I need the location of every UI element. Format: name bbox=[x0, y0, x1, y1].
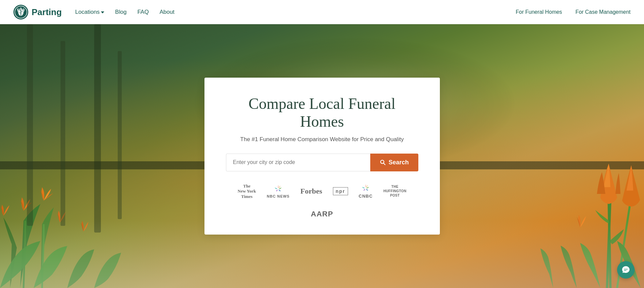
press-huffington: THE HUFFINGTON POST bbox=[383, 184, 406, 198]
press-aarp: AARP bbox=[311, 210, 333, 218]
navbar: Parting Locations Blog FAQ About For Fun… bbox=[0, 0, 644, 24]
logo-link[interactable]: Parting bbox=[13, 5, 62, 19]
press-nyt: The New York Times bbox=[238, 183, 256, 199]
nbc-peacock-icon bbox=[273, 184, 283, 194]
nav-locations[interactable]: Locations bbox=[75, 9, 105, 15]
press-forbes: Forbes bbox=[300, 187, 322, 196]
nav-funeral-homes[interactable]: For Funeral Homes bbox=[516, 9, 562, 15]
brand-name: Parting bbox=[32, 7, 62, 17]
search-row: Search bbox=[226, 154, 418, 171]
logo-icon bbox=[13, 5, 28, 19]
chat-icon bbox=[621, 265, 630, 274]
hero-title: Compare Local Funeral Homes bbox=[226, 95, 418, 131]
hero-card: Compare Local Funeral Homes The #1 Funer… bbox=[204, 78, 440, 235]
hero-section: Compare Local Funeral Homes The #1 Funer… bbox=[0, 24, 644, 288]
svg-line-14 bbox=[384, 163, 385, 165]
cnbc-peacock-icon bbox=[360, 183, 371, 193]
svg-point-15 bbox=[277, 188, 279, 190]
nav-faq[interactable]: FAQ bbox=[137, 9, 149, 15]
nav-left: Locations Blog FAQ About bbox=[75, 9, 516, 15]
search-button[interactable]: Search bbox=[370, 154, 418, 171]
press-cnbc: CNBC bbox=[359, 183, 373, 199]
nav-case-management[interactable]: For Case Management bbox=[575, 9, 631, 15]
press-nbc: NBC NEWS bbox=[267, 184, 290, 198]
chat-button[interactable] bbox=[617, 261, 635, 279]
svg-point-16 bbox=[365, 187, 367, 189]
nav-blog[interactable]: Blog bbox=[115, 9, 126, 15]
press-npr: npr bbox=[333, 187, 348, 195]
nav-right: For Funeral Homes For Case Management bbox=[516, 9, 631, 15]
chevron-down-icon bbox=[101, 11, 104, 13]
hero-subtitle: The #1 Funeral Home Comparison Website f… bbox=[226, 136, 418, 143]
search-input[interactable] bbox=[226, 154, 371, 171]
nav-about[interactable]: About bbox=[159, 9, 174, 15]
search-icon bbox=[380, 159, 386, 165]
press-logos: The New York Times NBC N bbox=[226, 183, 418, 219]
